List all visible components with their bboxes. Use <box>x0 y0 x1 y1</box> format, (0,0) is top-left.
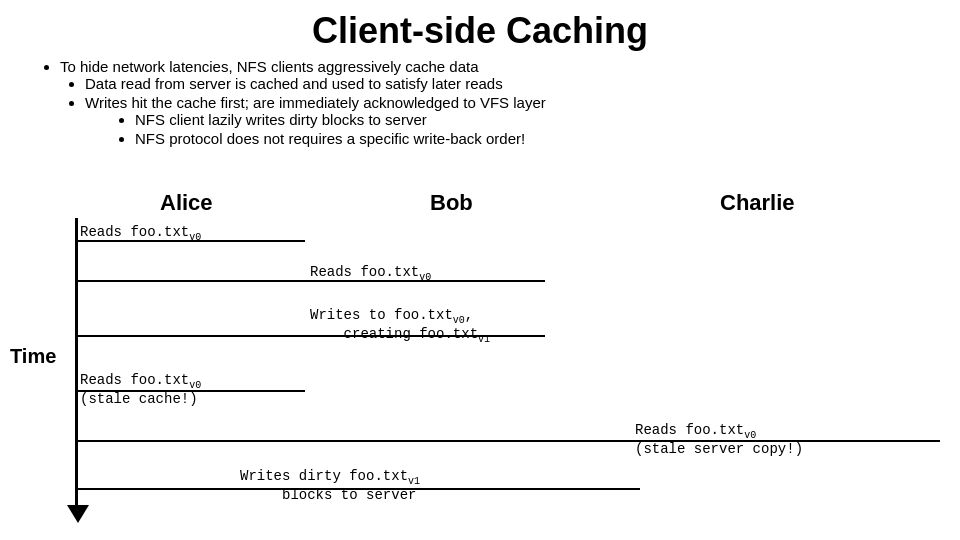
label-e4: Reads foo.txtv0 (stale cache!) <box>80 372 201 407</box>
bullet-2: Data read from server is cached and used… <box>85 75 930 92</box>
time-label: Time <box>10 345 56 368</box>
col-header-alice: Alice <box>160 190 213 216</box>
label-e6: Writes dirty foo.txtv1 blocks to server <box>240 468 420 503</box>
tick-5 <box>75 440 940 442</box>
label-e3: Writes to foo.txtv0, creating foo.txtv1 <box>310 307 490 345</box>
col-header-bob: Bob <box>430 190 473 216</box>
label-e1: Reads foo.txtv0 <box>80 224 201 243</box>
timeline-arrow <box>67 505 89 523</box>
col-header-charlie: Charlie <box>720 190 795 216</box>
label-e2: Reads foo.txtv0 <box>310 264 431 283</box>
bullet-1: To hide network latencies, NFS clients a… <box>60 58 930 147</box>
bullet-list: To hide network latencies, NFS clients a… <box>60 58 930 147</box>
diagram: Alice Bob Charlie Time Reads foo.txtv0 R… <box>0 190 960 540</box>
timeline-line <box>75 218 78 508</box>
slide-title: Client-side Caching <box>30 10 930 52</box>
bullet-5: NFS protocol does not requires a specifi… <box>135 130 930 147</box>
label-e5: Reads foo.txtv0 (stale server copy!) <box>635 422 803 457</box>
bullet-3: Writes hit the cache first; are immediat… <box>85 94 930 147</box>
slide: Client-side Caching To hide network late… <box>0 0 960 540</box>
bullet-4: NFS client lazily writes dirty blocks to… <box>135 111 930 128</box>
